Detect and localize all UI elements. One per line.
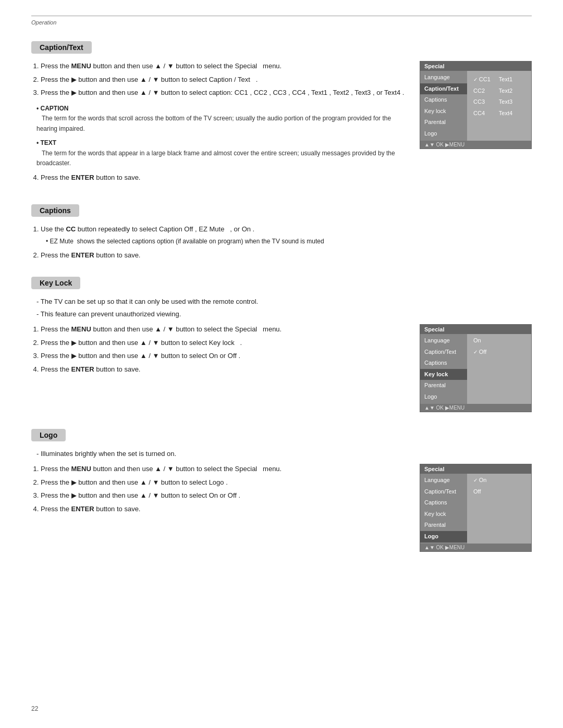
tv-menu-lg-language: Language bbox=[420, 475, 467, 486]
tv-menu-kl-on: On bbox=[469, 335, 529, 347]
tv-menu-caption-footer-text: ▲▼ OK ▶MENU bbox=[424, 142, 464, 147]
bullet-text-label: • TEXT bbox=[36, 139, 56, 146]
tv-menu-lg-keylock: Key lock bbox=[420, 509, 467, 520]
instructions-caption-text: Press the MENU button and then use ▲ / ▼… bbox=[31, 61, 409, 188]
keylock-dash-list: The TV can be set up so that it can only… bbox=[36, 297, 532, 319]
bullets-caption: • CAPTION The term for the words that sc… bbox=[36, 103, 409, 168]
step-2-caption: Press the ▶ button and then use ▲ / ▼ bu… bbox=[41, 75, 409, 85]
tv-menu-lg-logo: Logo bbox=[420, 531, 467, 542]
tv-menu-logo-footer-text: ▲▼ OK ▶MENU bbox=[424, 545, 464, 550]
tv-menu-caption-body: Language Caption/Text Captions Key lock … bbox=[420, 71, 531, 141]
breadcrumb: Operation bbox=[31, 19, 532, 26]
tv-menu-kl-keylock: Key lock bbox=[420, 369, 467, 380]
tv-menu-text1: Text1 bbox=[497, 74, 515, 85]
step-3-keylock: Press the ▶ button and then use ▲ / ▼ bu… bbox=[41, 351, 409, 361]
tv-menu-lg-off: Off bbox=[469, 486, 529, 498]
section-title-keylock: Key Lock bbox=[31, 277, 80, 289]
step-2-captions: Press the ENTER button to save. bbox=[41, 250, 532, 261]
tv-menu-logo-body: Language Caption/Text Captions Key lock … bbox=[420, 474, 531, 544]
tv-menu-lg-parental: Parental bbox=[420, 520, 467, 531]
step-4-logo: Press the ENTER button to save. bbox=[41, 504, 409, 514]
tv-menu-text3: Text3 bbox=[497, 96, 515, 108]
tv-menu-item-language: Language bbox=[420, 72, 467, 83]
tv-menu-kl-language: Language bbox=[420, 335, 467, 347]
tv-menu-item-logo: Logo bbox=[420, 128, 467, 140]
tv-menu-keylock-body: Language Caption/Text Captions Key lock … bbox=[420, 334, 531, 404]
instructions-captions: Use the CC button repeatedly to select C… bbox=[31, 224, 532, 260]
tv-menu-item-keylock: Key lock bbox=[420, 106, 467, 117]
tv-menu-caption-title: Special bbox=[420, 61, 531, 71]
step-4-keylock: Press the ENTER button to save. bbox=[41, 364, 409, 375]
section-content-caption-text: Press the MENU button and then use ▲ / ▼… bbox=[31, 61, 532, 188]
bullet-text-text: The term for the words that appear in a … bbox=[36, 150, 395, 167]
tv-menu-logo-title: Special bbox=[420, 464, 531, 474]
tv-menu-logo-left: Language Caption/Text Captions Key lock … bbox=[420, 474, 467, 544]
tv-menu-col2: Text1 Text2 Text3 Text4 bbox=[497, 74, 515, 119]
tv-menu-item-caption-text: Caption/Text bbox=[420, 83, 467, 95]
tv-menu-item-captions: Captions bbox=[420, 94, 467, 106]
tv-menu-keylock-right: On Off bbox=[467, 334, 531, 404]
tv-menu-keylock-footer-text: ▲▼ OK ▶MENU bbox=[424, 405, 464, 411]
instructions-logo: Press the MENU button and then use ▲ / ▼… bbox=[31, 464, 409, 519]
tv-menu-logo: Special Language Caption/Text Captions K… bbox=[420, 464, 532, 552]
section-content-keylock: Press the MENU button and then use ▲ / ▼… bbox=[31, 324, 532, 412]
steps-logo: Press the MENU button and then use ▲ / ▼… bbox=[41, 464, 409, 514]
tv-menu-logo-right: On Off bbox=[467, 474, 531, 544]
section-keylock: Key Lock The TV can be set up so that it… bbox=[31, 277, 532, 412]
tv-menu-keylock-title: Special bbox=[420, 325, 531, 334]
step-3-logo: Press the ▶ button and then use ▲ / ▼ bu… bbox=[41, 490, 409, 501]
section-logo: Logo Illuminates brightly when the set i… bbox=[31, 429, 532, 552]
instructions-keylock: Press the MENU button and then use ▲ / ▼… bbox=[31, 324, 409, 379]
step-1-logo: Press the MENU button and then use ▲ / ▼… bbox=[41, 464, 409, 474]
captions-sub-bullet-ezmute: • EZ Mute shows the selected captions op… bbox=[46, 237, 532, 246]
tv-menu-cc2: CC2 bbox=[471, 85, 493, 97]
step-1-caption: Press the MENU button and then use ▲ / ▼… bbox=[41, 61, 409, 71]
tv-menu-kl-parental: Parental bbox=[420, 380, 467, 391]
tv-menu-cc3: CC3 bbox=[471, 96, 493, 108]
step-2-logo: Press the ▶ button and then use ▲ / ▼ bu… bbox=[41, 477, 409, 488]
steps-caption-text-4: Press the ENTER button to save. bbox=[41, 172, 409, 183]
top-rule bbox=[31, 16, 532, 16]
tv-menu-kl-captiontext: Caption/Text bbox=[420, 347, 467, 358]
bullet-caption: • CAPTION The term for the words that sc… bbox=[36, 103, 409, 134]
steps-keylock: Press the MENU button and then use ▲ / ▼… bbox=[41, 324, 409, 374]
tv-menu-text2: Text2 bbox=[497, 85, 515, 97]
tv-menu-caption-left: Language Caption/Text Captions Key lock … bbox=[420, 71, 467, 141]
bullet-text-item: • TEXT The term for the words that appea… bbox=[36, 138, 409, 168]
tv-menu-item-parental: Parental bbox=[420, 117, 467, 128]
tv-menu-caption-right: CC1 CC2 CC3 CC4 Text1 Text2 Text3 Text4 bbox=[467, 71, 531, 141]
tv-menu-cc4: CC4 bbox=[471, 108, 493, 119]
step-1-keylock: Press the MENU button and then use ▲ / ▼… bbox=[41, 324, 409, 335]
section-content-logo: Press the MENU button and then use ▲ / ▼… bbox=[31, 464, 532, 552]
logo-dash-list: Illuminates brightly when the set is tur… bbox=[36, 449, 532, 459]
keylock-dash-2: This feature can prevent unauthorized vi… bbox=[36, 309, 532, 319]
tv-menu-keylock: Special Language Caption/Text Captions K… bbox=[420, 324, 532, 412]
logo-dash-1: Illuminates brightly when the set is tur… bbox=[36, 449, 532, 459]
section-title-caption-text: Caption/Text bbox=[31, 41, 92, 54]
tv-menu-caption-footer: ▲▼ OK ▶MENU bbox=[420, 141, 531, 149]
keylock-dash-1: The TV can be set up so that it can only… bbox=[36, 297, 532, 307]
captions-sub-bullets: • EZ Mute shows the selected captions op… bbox=[46, 237, 532, 246]
page-footer: 22 bbox=[31, 705, 38, 712]
tv-menu-logo-footer: ▲▼ OK ▶MENU bbox=[420, 544, 531, 551]
step-4-caption: Press the ENTER button to save. bbox=[41, 172, 409, 183]
tv-menu-lg-captions: Captions bbox=[420, 497, 467, 509]
tv-menu-caption: Special Language Caption/Text Captions K… bbox=[420, 61, 532, 149]
tv-menu-kl-off: Off bbox=[469, 347, 529, 358]
tv-menu-keylock-footer: ▲▼ OK ▶MENU bbox=[420, 404, 531, 412]
section-title-logo: Logo bbox=[31, 429, 66, 441]
tv-menu-cc1: CC1 bbox=[471, 74, 493, 85]
tv-menu-caption-right-cols: CC1 CC2 CC3 CC4 Text1 Text2 Text3 Text4 bbox=[469, 72, 529, 121]
page-number: 22 bbox=[31, 705, 38, 712]
section-captions: Captions Use the CC button repeatedly to… bbox=[31, 204, 532, 260]
section-title-captions: Captions bbox=[31, 204, 79, 217]
tv-menu-text4: Text4 bbox=[497, 108, 515, 119]
tv-menu-col1: CC1 CC2 CC3 CC4 bbox=[471, 74, 493, 119]
tv-menu-kl-logo: Logo bbox=[420, 391, 467, 403]
step-3-caption: Press the ▶ button and then use ▲ / ▼ bu… bbox=[41, 88, 409, 98]
steps-captions: Use the CC button repeatedly to select C… bbox=[41, 224, 532, 260]
steps-caption-text: Press the MENU button and then use ▲ / ▼… bbox=[41, 61, 409, 98]
section-caption-text: Caption/Text Press the MENU button and t… bbox=[31, 41, 532, 188]
bullet-caption-text: The term for the words that scroll acros… bbox=[36, 115, 391, 132]
tv-menu-lg-on: On bbox=[469, 475, 529, 486]
